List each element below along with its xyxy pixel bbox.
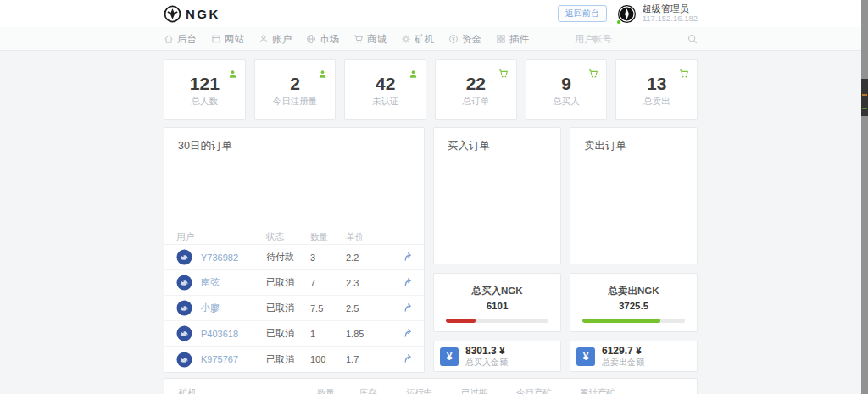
stat-card-total-buys: 9总买入	[526, 59, 608, 120]
nav-item-market[interactable]: 市场	[306, 33, 339, 46]
search-icon[interactable]	[687, 34, 698, 44]
order-qty: 7.5	[310, 303, 346, 314]
nav-item-label: 矿机	[415, 33, 434, 46]
miners-col-header: 库存	[359, 387, 406, 394]
order-price: 2.3	[346, 278, 387, 288]
order-price: 2.5	[346, 303, 387, 314]
sell-amount-card: ¥ 6129.7 ¥ 总卖出金额	[570, 341, 698, 372]
total-sell-title: 总卖出NGK	[570, 285, 697, 297]
stat-label: 总订单	[436, 96, 516, 108]
stat-card-total-orders: 22总订单	[435, 59, 517, 120]
orders-table-header: 用户状态数量单价	[164, 230, 424, 245]
orders-col-header: 单价	[346, 231, 387, 243]
order-row: K975767已取消1001.7	[164, 347, 424, 372]
orders-col-header: 用户	[176, 231, 266, 243]
order-user-link[interactable]: K975767	[201, 354, 238, 364]
sell-amount-value: 6129.7 ¥	[602, 345, 644, 357]
nav-item-miners[interactable]: 矿机	[401, 33, 434, 46]
miner-icon	[401, 34, 411, 44]
nav-item-label: 市场	[320, 33, 339, 46]
mall-icon	[353, 34, 364, 44]
total-sell-card: 总卖出NGK 3725.5	[570, 273, 698, 332]
sell-orders-panel: 卖出订单	[570, 127, 698, 264]
miners-col-header: 今日产矿	[516, 387, 580, 394]
order-user-link[interactable]: P403618	[201, 329, 238, 339]
stat-label: 未认证	[345, 96, 426, 108]
order-price: 1.85	[346, 329, 387, 339]
person-icon	[318, 67, 327, 82]
order-detail-arrow-icon[interactable]	[387, 275, 413, 291]
miners-col-header: 矿机	[179, 387, 317, 394]
buy-orders-title: 买入订单	[434, 128, 560, 164]
order-price: 2.2	[346, 252, 387, 263]
stat-card-unverified: 42未认证	[344, 59, 426, 120]
buy-amount-label: 总买入金额	[465, 358, 508, 368]
nav-item-mall[interactable]: 商城	[353, 33, 387, 46]
scrollbar-thumb[interactable]	[861, 79, 868, 116]
miners-col-header: 数量	[317, 387, 359, 394]
nav-item-label: 插件	[509, 33, 529, 46]
user-menu[interactable]: 超级管理员 117.152.16.182	[617, 3, 698, 24]
order-user-link[interactable]: Y736982	[201, 252, 238, 263]
order-detail-arrow-icon[interactable]	[387, 352, 413, 367]
orders-30d-title: 30日的订单	[164, 128, 424, 164]
scrollbar-marker-green	[862, 108, 867, 109]
search-box	[575, 34, 698, 44]
user-avatar-icon	[176, 275, 192, 291]
ngk-emblem-icon	[164, 5, 181, 23]
person-icon	[409, 67, 418, 82]
total-buy-value: 6101	[434, 301, 560, 311]
order-user-link[interactable]: 小廖	[201, 302, 220, 314]
cart-icon	[588, 67, 598, 82]
nav-item-site[interactable]: 网站	[211, 33, 244, 46]
buy-progress-fill	[446, 319, 476, 323]
order-detail-arrow-icon[interactable]	[387, 301, 413, 316]
nav-item-accounts[interactable]: 账户	[259, 33, 292, 46]
ngk-logo[interactable]: NGK	[164, 5, 220, 23]
order-detail-arrow-icon[interactable]	[387, 250, 413, 265]
stat-card-total-users: 121总人数	[164, 59, 246, 120]
order-price: 1.7	[346, 354, 387, 364]
stat-label: 今日注册量	[255, 96, 336, 108]
order-status: 已取消	[266, 276, 310, 289]
buy-amount-card: ¥ 8301.3 ¥ 总买入金额	[433, 341, 561, 372]
sell-column: 卖出订单 总卖出NGK 3725.5 ¥ 6129.7 ¥ 总卖出金额	[570, 127, 698, 373]
nav-item-backend[interactable]: 后台	[164, 33, 197, 46]
total-buy-title: 总买入NGK	[434, 285, 560, 297]
logo-text: NGK	[186, 7, 220, 21]
orders-table: 用户状态数量单价 Y736982待付款32.2南弦已取消72.3小廖已取消7.5…	[164, 230, 424, 372]
user-name: 超级管理员	[643, 3, 698, 14]
search-input[interactable]	[575, 34, 668, 44]
order-qty: 3	[310, 252, 346, 263]
nav-item-plugins[interactable]: 插件	[496, 33, 529, 46]
buy-orders-panel: 买入订单	[433, 127, 561, 264]
miners-col-header: 累计产矿	[580, 387, 697, 394]
users-icon	[259, 34, 269, 44]
miners-col-header: 运行中	[406, 387, 461, 394]
top-header: NGK 返回前台 超级管理员 117.152.16.182	[0, 0, 868, 27]
orders-col-header: 数量	[310, 231, 346, 243]
user-avatar-icon	[617, 4, 637, 24]
plugins-icon	[496, 34, 506, 44]
stat-label: 总人数	[164, 96, 245, 108]
sell-progress-fill	[582, 319, 660, 323]
sell-orders-title: 卖出订单	[570, 128, 697, 164]
sell-amount-label: 总卖出金额	[602, 358, 644, 368]
order-detail-arrow-icon[interactable]	[387, 326, 413, 341]
orders-table-body: Y736982待付款32.2南弦已取消72.3小廖已取消7.52.5P40361…	[164, 245, 424, 372]
buy-amount-value: 8301.3 ¥	[465, 345, 508, 357]
nav-item-label: 商城	[367, 33, 387, 46]
stat-card-total-sells: 13总卖出	[615, 59, 698, 120]
stat-label: 总买入	[526, 96, 607, 108]
user-ip: 117.152.16.182	[643, 14, 698, 24]
stat-label: 总卖出	[616, 96, 697, 108]
order-user-link[interactable]: 南弦	[201, 276, 220, 289]
home-icon	[164, 34, 174, 44]
nav-item-funds[interactable]: 资金	[448, 33, 481, 46]
scrollbar[interactable]	[861, 0, 868, 394]
user-avatar-icon	[176, 325, 192, 341]
back-to-front-button[interactable]: 返回前台	[558, 5, 607, 22]
miners-table-header: 矿机数量库存运行中已过期今日产矿累计产矿	[164, 379, 697, 394]
nav-item-label: 账户	[272, 33, 292, 46]
scrollbar-marker-orange	[862, 94, 867, 96]
